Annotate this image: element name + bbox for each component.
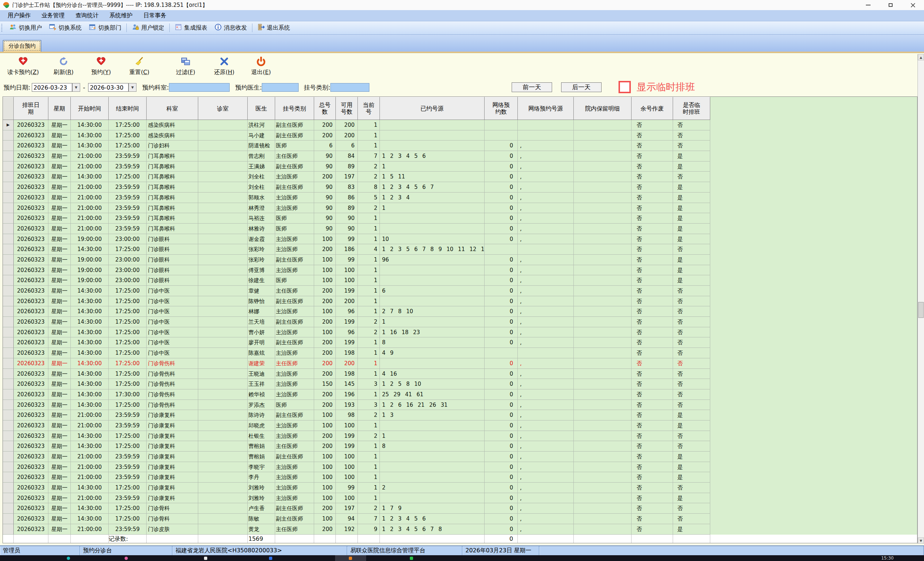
table-row[interactable]: 20260323星期一14:30:0017:25:00门诊康复科曹榕娟主任医师2… [3, 441, 917, 451]
table-row[interactable]: 20260323星期一14:30:0017:25:00门诊中医曹小妍主治医师10… [3, 327, 917, 338]
toolbar-button-user-lock[interactable]: 用户锁定 [128, 23, 168, 33]
column-header[interactable]: 网络预约号源 [518, 97, 574, 120]
table-row[interactable]: 20260323星期一14:30:0017:25:00门诊骨科卢生香副主任医师2… [3, 503, 917, 514]
menu-item-business-mgmt[interactable]: 业务管理 [36, 10, 70, 21]
regtype-input[interactable] [330, 83, 369, 92]
column-header[interactable]: 排班日期 [14, 97, 48, 120]
date-from-input[interactable] [32, 83, 72, 92]
date-from-dropdown[interactable]: ▼ [72, 83, 80, 92]
action-quit-button[interactable]: 退出(E) [243, 55, 279, 78]
column-header[interactable]: 是否临时排班 [673, 97, 710, 120]
close-button[interactable] [902, 0, 924, 10]
table-row[interactable]: 20260323星期一21:00:0023:59:59门诊康复科刘雅玲主治医师1… [3, 493, 917, 504]
column-header[interactable]: 星期 [48, 97, 71, 120]
table-row[interactable]: 20260323星期一14:30:0017:30:00门诊骨伤科赖华祯主治医师2… [3, 390, 917, 400]
toolbar-button-message[interactable]: 消息收发 [211, 23, 250, 33]
column-header[interactable]: 可用号数 [336, 97, 358, 120]
table-row[interactable]: 20260323星期一21:00:0023:59:59门诊康复科李丹主治医师10… [3, 472, 917, 483]
column-header[interactable]: 总号数 [314, 97, 336, 120]
scroll-down-icon[interactable]: ▼ [918, 537, 924, 544]
prev-day-button[interactable]: 前一天 [512, 82, 552, 92]
column-header[interactable]: 已约号源 [380, 97, 484, 120]
show-temp-checkbox[interactable] [618, 81, 631, 93]
table-row[interactable]: 20260323星期一14:30:0017:25:00门诊中医林娜主治医师100… [3, 306, 917, 317]
table-row[interactable]: 20260323星期一21:00:0023:59:59门诊康复科李晓宇主治医师1… [3, 462, 917, 472]
column-header[interactable]: 院内保留明细 [574, 97, 632, 120]
table-row[interactable]: 20260323星期一19:00:0023:00:00门诊眼科徐建生医师1001… [3, 275, 917, 286]
table-row[interactable]: 20260323星期一14:30:0017:25:00门诊骨伤科王晓迪主治医师2… [3, 369, 917, 379]
doctor-input[interactable] [262, 83, 298, 92]
column-header[interactable]: 开始时间 [71, 97, 109, 120]
dept-input[interactable] [169, 83, 230, 92]
menu-item-query-stats[interactable]: 查询统计 [70, 10, 104, 21]
taskbar-icon[interactable] [410, 556, 413, 560]
taskbar-icon[interactable] [67, 556, 70, 560]
column-header[interactable]: 医生 [248, 97, 275, 120]
table-row[interactable]: 20260323星期一19:00:0023:00:00门诊眼科谢金霞主治医师10… [3, 234, 917, 245]
column-header[interactable]: 余号作废 [632, 97, 673, 120]
table-row[interactable]: 20260323星期一21:00:0023:59:59门诊康复科陈诗诗副主任医师… [3, 410, 917, 421]
table-row[interactable]: 20260323星期一14:30:0017:25:00门诊中医兰天培副主任医师2… [3, 317, 917, 327]
date-to-input[interactable] [88, 83, 129, 92]
table-row[interactable]: 20260323星期一19:00:0023:00:00门诊眼科张彩玲副主任医师1… [3, 255, 917, 265]
table-row[interactable]: 20260323星期一14:30:0017:25:00门诊骨伤科谢建荣主任医师2… [3, 358, 917, 369]
taskbar-icon[interactable] [124, 556, 128, 560]
column-header[interactable]: 结束时间 [109, 97, 147, 120]
table-row[interactable]: 20260323星期一21:00:0023:59:59门耳鼻喉科林雅诗医师909… [3, 224, 917, 234]
table-row[interactable]: 20260323星期一14:30:0017:25:00门耳鼻喉科刘全柱主治医师2… [3, 171, 917, 182]
tab-triage-appointment[interactable]: 分诊台预约 [3, 40, 41, 52]
table-row[interactable]: 20260323星期一21:00:0023:59:59门耳鼻喉科曾志刚主任医师9… [3, 151, 917, 161]
column-header[interactable]: 科室 [147, 97, 198, 120]
table-row[interactable]: 20260323星期一14:30:0017:25:00门诊康复科杜银生主治医师2… [3, 431, 917, 441]
scroll-up-icon[interactable]: ▲ [918, 54, 924, 60]
toolbar-button-switch-user[interactable]: 切换用户 [6, 23, 45, 33]
taskbar[interactable]: 15:30 [0, 555, 924, 561]
table-row[interactable]: 20260323星期一14:30:0017:25:00门诊骨伤科罗添杰医师200… [3, 400, 917, 411]
next-day-button[interactable]: 后一天 [561, 82, 602, 92]
toolbar-button-switch-dept[interactable]: 切换部门 [85, 23, 125, 33]
table-row[interactable]: 20260323星期一14:30:0017:25:00门诊康复科刘雅玲主治医师1… [3, 483, 917, 493]
table-row[interactable]: 20260323星期一21:00:0023:59:59门诊康复科邱晓虎主治医师1… [3, 421, 917, 431]
taskbar-active-app[interactable] [335, 555, 366, 561]
menu-item-user-ops[interactable]: 用户操作 [2, 10, 36, 21]
column-header[interactable]: 挂号类别 [275, 97, 314, 120]
action-restore-button[interactable]: 还原(H) [207, 55, 242, 78]
table-row[interactable]: 20260323星期一14:30:0017:25:00门诊中医廖开明副主任医师2… [3, 337, 917, 348]
action-reset-button[interactable]: 重置(C) [121, 55, 158, 78]
table-row[interactable]: 20260323星期一21:00:0023:59:59门耳鼻喉科王满娣副主任医师… [3, 161, 917, 172]
scrollbar-thumb[interactable] [918, 302, 924, 318]
table-row[interactable]: 20260323星期一21:00:0023:59:59门耳鼻喉科郭顺水主治医师9… [3, 193, 917, 203]
toolbar-button-switch-system[interactable]: 切换系统 [45, 23, 85, 33]
table-row[interactable]: 20260323星期一21:00:0023:59:59门耳鼻喉科马裕连医师909… [3, 213, 917, 224]
table-row[interactable]: 20260323星期一14:30:0017:25:00门诊中医章健主任医师200… [3, 286, 917, 296]
toolbar-button-exit[interactable]: 退出系统 [254, 23, 294, 33]
minimize-button[interactable] [857, 0, 879, 10]
table-row[interactable]: 20260323星期一14:30:0017:25:00门诊骨伤科王玉祥主治医师1… [3, 379, 917, 390]
toolbar-button-report[interactable]: 集成报表 [171, 23, 211, 33]
table-row[interactable]: 20260323星期一14:30:0017:25:00感染疾病科马小建副主任医师… [3, 131, 917, 141]
column-header[interactable]: 网络预约数 [484, 97, 518, 120]
column-header[interactable]: 诊室 [198, 97, 248, 120]
date-to-dropdown[interactable]: ▼ [129, 83, 136, 92]
action-card-appoint-button[interactable]: 读卡预约(Z) [2, 55, 44, 78]
table-row[interactable]: 20260323星期一21:00:0023:59:59门耳鼻喉科林秀澄主治医师9… [3, 203, 917, 214]
table-row[interactable]: 20260323星期一21:00:0023:59:59门耳鼻喉科刘全柱副主任医师… [3, 182, 917, 193]
table-row[interactable]: 20260323星期一14:30:0017:25:00门诊眼科张彩玲主治医师20… [3, 244, 917, 255]
vertical-scrollbar[interactable]: ▲ ▼ [918, 54, 924, 544]
action-refresh-button[interactable]: 刷新(R) [45, 55, 82, 78]
menu-item-system-maintenance[interactable]: 系统维护 [104, 10, 138, 21]
table-row[interactable]: 20260323星期一21:00:0023:59:59门诊康复科曹榕娟副主任医师… [3, 451, 917, 462]
table-row[interactable]: 20260323星期一14:30:0017:25:00门诊中医陈铮怡副主任医师2… [3, 296, 917, 307]
table-row[interactable]: ▶20260323星期一14:30:0017:25:00感染疾病科洪柱河副主任医… [3, 120, 917, 131]
action-appoint-button[interactable]: 预约(Y) [83, 55, 119, 78]
column-header[interactable]: 当前号 [358, 97, 380, 120]
table-row[interactable]: 20260323星期一14:30:0017:25:00门诊妇科阴道镜检医师661… [3, 140, 917, 151]
table-row[interactable]: 20260323星期一21:00:0023:59:59门诊皮肤黄龙主任医师200… [3, 524, 917, 535]
table-row[interactable]: 20260323星期一14:30:0017:25:00门诊中医陈嘉炫主治医师20… [3, 348, 917, 358]
table-row[interactable]: 20260323星期一19:00:0023:00:00门诊眼科傅亚博主治医师10… [3, 265, 917, 276]
action-filter-button[interactable]: 过滤(F) [166, 55, 205, 78]
taskbar-icon[interactable] [204, 556, 207, 560]
table-row[interactable]: 20260323星期一14:30:0017:25:00门诊骨科陈敏副主任医师10… [3, 514, 917, 524]
taskbar-icon[interactable] [269, 556, 272, 560]
menu-item-daily-affairs[interactable]: 日常事务 [138, 10, 172, 21]
